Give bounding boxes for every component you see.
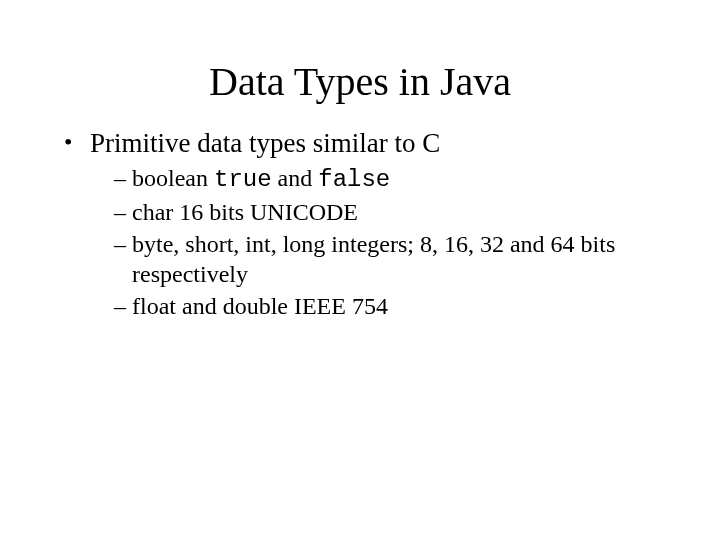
sub-bullet-text-mid: and <box>272 165 319 191</box>
sub-bullet-text: char 16 bits UNICODE <box>132 199 358 225</box>
sub-bullet-item: boolean true and false <box>114 163 672 195</box>
bullet-list-level1: Primitive data types similar to C boolea… <box>64 127 672 321</box>
bullet-list-level2: boolean true and false char 16 bits UNIC… <box>90 163 672 321</box>
code-literal-true: true <box>214 166 272 193</box>
sub-bullet-item: byte, short, int, long integers; 8, 16, … <box>114 229 672 289</box>
sub-bullet-text-pre: boolean <box>132 165 214 191</box>
sub-bullet-text: float and double IEEE 754 <box>132 293 388 319</box>
bullet-item: Primitive data types similar to C boolea… <box>64 127 672 321</box>
slide-body: Primitive data types similar to C boolea… <box>0 127 720 321</box>
code-literal-false: false <box>318 166 390 193</box>
slide-title: Data Types in Java <box>0 0 720 127</box>
slide: Data Types in Java Primitive data types … <box>0 0 720 540</box>
sub-bullet-text: byte, short, int, long integers; 8, 16, … <box>132 231 615 287</box>
bullet-text: Primitive data types similar to C <box>90 128 440 158</box>
sub-bullet-item: float and double IEEE 754 <box>114 291 672 321</box>
sub-bullet-item: char 16 bits UNICODE <box>114 197 672 227</box>
